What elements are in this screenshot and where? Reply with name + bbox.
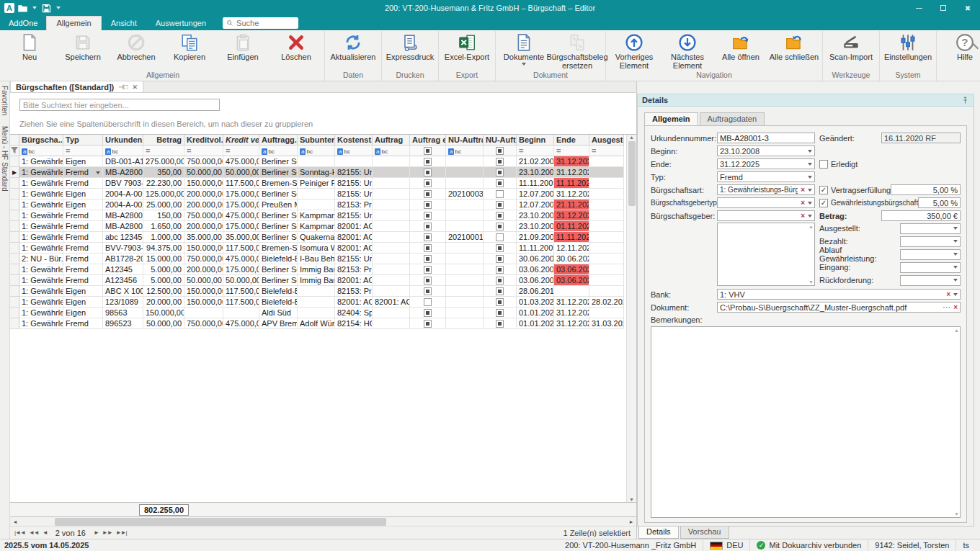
scroll-up-icon[interactable]: ▲ [808,224,814,229]
cell-nu_auftrag_erteilt[interactable] [484,232,517,243]
filter-funnel-icon[interactable] [10,145,19,156]
cell-buergschaftsart[interactable]: 1: Gewährle... [19,232,63,243]
cell-nu_auftrag_erteilt[interactable] [484,178,517,189]
buergschaftsgebertyp-field[interactable]: × [717,197,815,208]
cell-typ[interactable]: Fremd [63,243,103,254]
cell-auftrag_erteilt[interactable] [410,200,446,210]
typ-field[interactable]: Fremd [717,171,815,182]
cell-betrag[interactable]: 5.000,00 [143,275,184,286]
filter-cell-kostenstelle[interactable]: abc [335,145,373,156]
cell-kostenstelle[interactable]: 82404: Spo... [335,308,373,318]
cell-nu_auftrag_erteilt[interactable] [484,264,517,275]
cell-kredit_ve[interactable]: 50.000,00 [223,167,259,178]
cell-auftraggeber[interactable]: Bielefeld-Ba... [259,297,298,308]
open-folder-icon[interactable] [17,3,28,14]
cell-typ[interactable]: Fremd [63,210,103,221]
alle-schließen-button[interactable]: Alle schließen [767,32,821,61]
gewaehrleistungsbuergschaft-prozent-field[interactable]: 5,00 % [918,197,961,208]
cell-auftrag[interactable] [373,286,410,297]
cell-kredit_ve[interactable]: 117.500,00 [223,297,259,308]
column-header-beginn[interactable]: Beginn [517,135,554,145]
cell-ende[interactable]: 12.11.2025 [554,243,589,254]
rueckforderung-field[interactable] [900,275,961,286]
cell-buergschaftsart[interactable]: 1: Gewährle... [19,167,63,178]
clear-icon[interactable]: × [801,200,805,207]
cell-urkundennummer[interactable]: MB-A28001-3 [103,167,143,178]
vertragserfuellung-checkbox[interactable]: ✓ [819,186,828,194]
chevron-down-icon[interactable] [953,279,958,282]
cell-auftrag[interactable] [373,200,410,210]
cell-subunternehmer[interactable]: Kampmann-... [298,221,335,232]
beginn-field[interactable]: 23.10.2008 [717,145,815,156]
cell-ende[interactable]: 11.11.2022 [554,178,589,189]
ribbon-search-input[interactable]: Suche [223,17,298,29]
cell-nu_auftrag[interactable] [446,297,484,308]
table-row[interactable]: ▶1: Gewährle...FremdMB-A28001-3350,0050.… [10,167,624,178]
cell-auftrag_erteilt[interactable] [410,254,446,264]
cell-urkundennummer[interactable]: 123/1089 [103,297,143,308]
cell-betrag[interactable]: 1.000,00 [143,232,184,243]
clear-icon[interactable]: × [946,291,950,298]
betrag-field[interactable]: 350,00 € [881,210,961,221]
cell-ende[interactable]: 31.12.2025 [554,167,589,178]
cell-beginn[interactable]: 21.09.2009 [517,232,554,243]
cell-nu_auftrag_erteilt[interactable] [484,308,517,318]
cell-nu_auftrag_erteilt[interactable] [484,156,517,167]
column-header-buergschaftsart[interactable]: Bürgscha... [19,135,63,145]
table-row[interactable]: 1: Gewährle...Fremdabc 1234561.000,0035.… [10,232,624,243]
bank-field[interactable]: 1: VHV× [717,289,961,300]
urkundennummer-field[interactable] [717,133,815,143]
cell-betrag[interactable]: 20.000,00 [143,297,184,308]
dokumente-button[interactable]: Dokumente [497,32,551,66]
cell-ausgestellt[interactable] [589,200,624,210]
cell-typ[interactable]: Fremd [63,232,103,243]
cell-ende[interactable]: 31.12.2022 [554,156,589,167]
cell-beginn[interactable]: 03.06.2009 [517,275,554,286]
horizontal-scrollbar[interactable]: ◄ ► [10,517,636,527]
cell-ausgestellt[interactable] [589,156,624,167]
cell-beginn[interactable]: 01.03.2021 [517,297,554,308]
cell-auftraggeber[interactable]: Bremen-Sta... [259,178,298,189]
cell-kostenstelle[interactable]: 82155: Univ... [335,189,373,200]
cell-auftrag_erteilt[interactable] [410,243,446,254]
aktualisieren-button[interactable]: Aktualisieren [326,32,380,61]
cell-ausgestellt[interactable] [589,264,624,275]
cell-kostenstelle[interactable]: 82001: AOK... [335,243,373,254]
scroll-right-icon[interactable]: ► [626,519,636,524]
maximize-button[interactable] [931,0,956,16]
cell-auftrag[interactable] [373,232,410,243]
pager-prev-button[interactable]: ◄ [43,529,48,536]
chevron-down-icon[interactable] [808,176,812,179]
cell-auftrag[interactable] [373,264,410,275]
cell-subunternehmer[interactable] [298,200,335,210]
cell-kredit_ve[interactable]: 175.000,00 [223,200,259,210]
cell-auftraggeber[interactable]: Berliner Senat [259,232,298,243]
vertical-scroll-thumb[interactable] [628,141,636,206]
alle-öffnen-button[interactable]: Alle öffnen [714,32,767,61]
filter-cell-kredit_ve[interactable]: = [223,145,259,156]
cell-subunternehmer[interactable]: Sonntag-Ho... [298,167,335,178]
cell-nu_auftrag[interactable] [446,167,484,178]
cell-beginn[interactable]: 11.11.2009 [517,243,554,254]
cell-auftrag[interactable]: 82001: AOK... [373,297,410,308]
cell-ausgestellt[interactable]: 31.03.2024 [589,318,624,329]
cell-kredit_ve[interactable]: 35.000,00 [223,232,259,243]
cell-beginn[interactable]: 11.11.2009 [517,178,554,189]
cell-beginn[interactable]: 01.01.2024 [517,308,554,318]
cell-ausgestellt[interactable] [589,189,624,200]
cell-nu_auftrag_erteilt[interactable] [484,189,517,200]
cell-buergschaftsart[interactable]: 1: Gewährle... [19,308,63,318]
cell-ausgestellt[interactable] [589,275,624,286]
column-header-auftraggeber[interactable]: Auftragg... [259,135,298,145]
column-header-subunternehmer[interactable]: Subunter... [298,135,335,145]
cell-nu_auftrag_erteilt[interactable] [484,286,517,297]
cell-buergschaftsart[interactable]: 1: Gewährle... [19,221,63,232]
cell-beginn[interactable]: 03.06.2009 [517,264,554,275]
column-header-auftrag[interactable]: Auftrag [373,135,410,145]
cell-kredit_ve[interactable] [223,308,259,318]
cell-auftrag[interactable] [373,178,410,189]
cell-urkundennummer[interactable]: A123456 [103,275,143,286]
cell-subunternehmer[interactable] [298,297,335,308]
cell-kostenstelle[interactable]: 82001: AOK... [335,297,373,308]
column-header-auftrag_erteilt[interactable]: Auftrag e... [410,135,446,145]
